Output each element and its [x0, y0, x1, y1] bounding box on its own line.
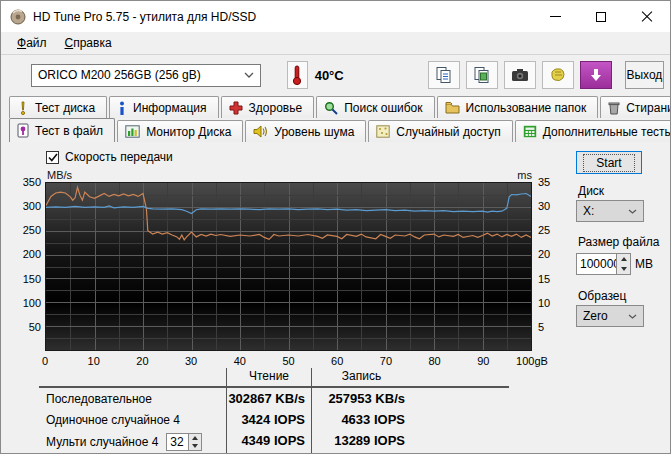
copy-text-button[interactable] — [428, 61, 460, 89]
tab-health[interactable]: Здоровье — [221, 96, 315, 118]
tab-folder-usage[interactable]: Использование папок — [437, 96, 599, 118]
magnifier-icon — [324, 101, 338, 115]
tab-label: Здоровье — [249, 101, 303, 115]
tab-label: Монитор Диска — [146, 125, 231, 139]
info-icon — [117, 101, 127, 115]
maximize-button[interactable] — [578, 1, 624, 32]
y-axis-unit-right: ms — [508, 169, 532, 181]
menu-file-rest: айл — [26, 36, 46, 50]
exit-button[interactable]: Выход — [625, 61, 664, 89]
donate-button[interactable] — [542, 61, 574, 89]
x-axis-tick: 40 — [218, 355, 262, 367]
x-axis-tick: 100gB — [510, 355, 554, 367]
folder-icon — [445, 101, 460, 114]
queue-depth-stepper[interactable]: 32 — [166, 433, 202, 451]
row-label: Последовательное — [39, 388, 226, 409]
tab-information[interactable]: Информация — [109, 96, 218, 118]
file-benchmark-panel: Скорость передачи MB/s ms 35030025020015… — [1, 142, 670, 453]
results-header-spacer — [39, 368, 226, 386]
tab-disk-test[interactable]: Тест диска — [9, 96, 107, 118]
tab-file-benchmark[interactable]: Тест в файл — [9, 118, 115, 142]
row-label-text: Мульти случайное 4 — [46, 435, 158, 449]
disk-selector[interactable]: X: — [576, 200, 644, 222]
tab-label: Поиск ошибок — [344, 101, 422, 115]
random-multi-read-value: 4349 IOPS — [226, 430, 311, 454]
stepper-down-icon[interactable] — [189, 442, 201, 450]
y-axis-tick-left: 350 — [11, 176, 41, 188]
tab-strip: Тест диска Информация Здоровье Поиск оши… — [1, 95, 670, 142]
y-axis-tick-left: 150 — [11, 273, 41, 285]
file-size-stepper[interactable] — [616, 253, 631, 275]
table-row-sequential: Последовательное 302867 KB/s 257953 KB/s — [39, 388, 509, 409]
tab-error-scan[interactable]: Поиск ошибок — [316, 96, 434, 118]
temperature-button[interactable] — [287, 61, 308, 89]
exclamation-icon — [17, 101, 29, 115]
y-axis-tick-right: 20 — [538, 248, 564, 260]
transfer-speed-checkbox[interactable] — [46, 151, 59, 164]
menu-help-hotkey: С — [65, 36, 74, 50]
file-size-input[interactable]: 100000 — [576, 253, 616, 275]
tab-label: Тест в файл — [35, 124, 103, 138]
table-row-random-multi: Мульти случайное 4 32 4349 IOPS 13289 IO… — [39, 430, 509, 454]
tab-label: Использование папок — [466, 101, 587, 115]
drive-selector[interactable]: ORICO M200 256GB (256 gB) — [31, 64, 261, 87]
transfer-speed-checkbox-row: Скорость передачи — [46, 150, 173, 164]
stepper-down-icon[interactable] — [617, 264, 630, 274]
tab-disk-monitor[interactable]: Монитор Диска — [117, 120, 243, 142]
copy-image-button[interactable] — [466, 61, 498, 89]
trash-icon — [608, 101, 620, 115]
minimize-button[interactable] — [532, 1, 578, 32]
screenshot-button[interactable] — [504, 61, 536, 89]
exit-button-label: Выход — [626, 68, 662, 82]
chevron-down-icon — [628, 314, 637, 319]
tab-erase[interactable]: Стирание — [600, 96, 671, 118]
data-pattern-selector[interactable]: Zero — [576, 305, 644, 327]
bar-chart-icon — [125, 125, 140, 138]
sequential-write-value: 257953 KB/s — [311, 388, 411, 409]
tab-random-access[interactable]: Случайный доступ — [368, 120, 512, 142]
y-axis-tick-left: 100 — [11, 297, 41, 309]
x-axis-tick: 20 — [120, 355, 164, 367]
menu-bar: Файл Справка — [1, 32, 670, 55]
window-title: HD Tune Pro 5.75 - утилита для HD/SSD — [33, 10, 256, 24]
x-axis-tick: 30 — [169, 355, 213, 367]
random-single-write-value: 4633 IOPS — [311, 409, 411, 430]
menu-file[interactable]: Файл — [8, 34, 56, 52]
y-axis-tick-right: 15 — [538, 273, 564, 285]
download-icon — [589, 68, 603, 82]
update-download-button[interactable] — [580, 61, 612, 89]
x-axis-tick: 10 — [72, 355, 116, 367]
x-axis-tick: 80 — [413, 355, 457, 367]
temperature-value: 40°C — [315, 68, 344, 83]
queue-depth-arrows[interactable] — [188, 433, 202, 451]
close-icon — [641, 11, 653, 23]
x-axis-tick: 70 — [364, 355, 408, 367]
tab-label: Стирание — [626, 101, 671, 115]
y-axis-tick-left: 200 — [11, 248, 41, 260]
toolbar: ORICO M200 256GB (256 gB) 40°C — [1, 55, 670, 95]
row-spacer — [411, 388, 509, 409]
stepper-up-icon[interactable] — [617, 254, 630, 264]
checkmark-icon — [48, 153, 58, 162]
tab-label: Информация — [133, 101, 206, 115]
start-button[interactable]: Start — [576, 151, 642, 174]
tab-noise-level[interactable]: Уровень шума — [245, 120, 366, 142]
benchmark-chart — [45, 182, 532, 351]
stepper-up-icon[interactable] — [189, 434, 201, 442]
disk-label: Диск — [578, 184, 604, 198]
transfer-speed-checkbox-label: Скорость передачи — [65, 150, 173, 164]
close-button[interactable] — [624, 1, 670, 32]
speaker-icon — [253, 125, 268, 138]
menu-help[interactable]: Справка — [56, 34, 121, 52]
random-single-read-value: 3424 IOPS — [226, 409, 311, 430]
tab-extra-tests[interactable]: Дополнительные тесты — [515, 120, 671, 142]
x-axis-tick: 60 — [315, 355, 359, 367]
x-axis-tick: 50 — [267, 355, 311, 367]
app-disk-icon — [10, 9, 26, 25]
tab-row-1: Тест диска Информация Здоровье Поиск оши… — [9, 95, 670, 118]
table-row-random-single: Одиночное случайное 4 3424 IOPS 4633 IOP… — [39, 409, 509, 430]
row-spacer — [411, 430, 509, 454]
results-header-spacer — [411, 368, 509, 386]
file-size-unit: MB — [635, 257, 653, 271]
random-multi-write-value: 13289 IOPS — [311, 430, 411, 454]
